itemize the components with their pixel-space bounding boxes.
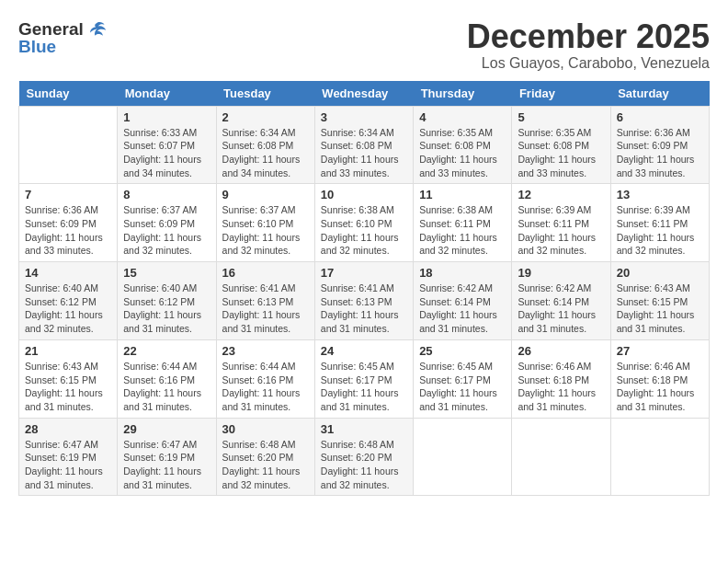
calendar-cell: 17Sunrise: 6:41 AM Sunset: 6:13 PM Dayli… <box>314 262 413 340</box>
calendar-cell <box>414 418 512 496</box>
day-info: Sunrise: 6:38 AM Sunset: 6:10 PM Dayligh… <box>321 203 407 258</box>
day-number: 2 <box>222 110 309 124</box>
day-number: 8 <box>123 188 210 201</box>
day-info: Sunrise: 6:37 AM Sunset: 6:09 PM Dayligh… <box>123 203 210 258</box>
day-info: Sunrise: 6:39 AM Sunset: 6:11 PM Dayligh… <box>518 203 604 258</box>
day-number: 9 <box>222 188 309 201</box>
day-number: 28 <box>25 422 111 436</box>
day-number: 1 <box>123 110 210 124</box>
day-info: Sunrise: 6:38 AM Sunset: 6:11 PM Dayligh… <box>419 203 506 258</box>
day-number: 30 <box>222 422 309 436</box>
day-info: Sunrise: 6:43 AM Sunset: 6:15 PM Dayligh… <box>617 282 703 336</box>
day-info: Sunrise: 6:44 AM Sunset: 6:16 PM Dayligh… <box>123 360 210 414</box>
day-number: 11 <box>419 188 506 201</box>
calendar-week-row: 28Sunrise: 6:47 AM Sunset: 6:19 PM Dayli… <box>19 418 710 496</box>
header-wednesday: Wednesday <box>314 81 413 107</box>
header-friday: Friday <box>512 81 610 107</box>
calendar-cell: 4Sunrise: 6:35 AM Sunset: 6:08 PM Daylig… <box>414 106 512 184</box>
header-tuesday: Tuesday <box>216 81 314 107</box>
calendar-week-row: 1Sunrise: 6:33 AM Sunset: 6:07 PM Daylig… <box>19 106 710 184</box>
calendar-cell: 23Sunrise: 6:44 AM Sunset: 6:16 PM Dayli… <box>216 339 314 418</box>
day-number: 22 <box>123 344 210 358</box>
calendar-cell: 14Sunrise: 6:40 AM Sunset: 6:12 PM Dayli… <box>19 262 118 340</box>
page-header: General Blue December 2025 Los Guayos, C… <box>18 18 710 72</box>
day-number: 7 <box>25 188 111 201</box>
calendar-cell: 1Sunrise: 6:33 AM Sunset: 6:07 PM Daylig… <box>118 106 216 184</box>
logo: General Blue <box>18 18 108 57</box>
calendar-cell: 28Sunrise: 6:47 AM Sunset: 6:19 PM Dayli… <box>19 418 118 496</box>
day-info: Sunrise: 6:46 AM Sunset: 6:18 PM Dayligh… <box>518 360 604 414</box>
day-info: Sunrise: 6:34 AM Sunset: 6:08 PM Dayligh… <box>321 126 407 180</box>
logo-blue: Blue <box>18 37 56 57</box>
calendar-table: SundayMondayTuesdayWednesdayThursdayFrid… <box>18 81 710 497</box>
day-number: 18 <box>419 266 506 280</box>
calendar-cell: 8Sunrise: 6:37 AM Sunset: 6:09 PM Daylig… <box>118 184 216 262</box>
day-info: Sunrise: 6:36 AM Sunset: 6:09 PM Dayligh… <box>617 126 703 180</box>
day-info: Sunrise: 6:35 AM Sunset: 6:08 PM Dayligh… <box>518 126 604 180</box>
calendar-week-row: 7Sunrise: 6:36 AM Sunset: 6:09 PM Daylig… <box>19 184 710 262</box>
month-title: December 2025 <box>467 18 710 55</box>
calendar-cell: 22Sunrise: 6:44 AM Sunset: 6:16 PM Dayli… <box>118 339 216 418</box>
calendar-cell: 12Sunrise: 6:39 AM Sunset: 6:11 PM Dayli… <box>512 184 610 262</box>
calendar-cell: 27Sunrise: 6:46 AM Sunset: 6:18 PM Dayli… <box>610 339 709 418</box>
day-number: 14 <box>25 266 111 280</box>
calendar-cell: 29Sunrise: 6:47 AM Sunset: 6:19 PM Dayli… <box>118 418 216 496</box>
day-number: 29 <box>123 422 210 436</box>
day-info: Sunrise: 6:42 AM Sunset: 6:14 PM Dayligh… <box>518 282 604 336</box>
title-section: December 2025 Los Guayos, Carabobo, Vene… <box>467 18 710 72</box>
calendar-cell: 5Sunrise: 6:35 AM Sunset: 6:08 PM Daylig… <box>512 106 610 184</box>
day-number: 27 <box>617 344 703 358</box>
calendar-cell: 13Sunrise: 6:39 AM Sunset: 6:11 PM Dayli… <box>610 184 709 262</box>
calendar-week-row: 21Sunrise: 6:43 AM Sunset: 6:15 PM Dayli… <box>19 339 710 418</box>
calendar-cell <box>19 106 118 184</box>
calendar-cell: 10Sunrise: 6:38 AM Sunset: 6:10 PM Dayli… <box>314 184 413 262</box>
day-number: 24 <box>321 344 407 358</box>
header-saturday: Saturday <box>610 81 709 107</box>
day-number: 5 <box>518 110 604 124</box>
day-info: Sunrise: 6:42 AM Sunset: 6:14 PM Dayligh… <box>419 282 506 336</box>
header-sunday: Sunday <box>19 81 118 107</box>
day-info: Sunrise: 6:36 AM Sunset: 6:09 PM Dayligh… <box>25 203 111 258</box>
logo-bird-icon <box>85 18 108 40</box>
day-number: 21 <box>25 344 111 358</box>
day-info: Sunrise: 6:34 AM Sunset: 6:08 PM Dayligh… <box>222 126 309 180</box>
calendar-cell: 25Sunrise: 6:45 AM Sunset: 6:17 PM Dayli… <box>414 339 512 418</box>
calendar-cell: 7Sunrise: 6:36 AM Sunset: 6:09 PM Daylig… <box>19 184 118 262</box>
header-thursday: Thursday <box>414 81 512 107</box>
day-info: Sunrise: 6:48 AM Sunset: 6:20 PM Dayligh… <box>321 438 407 492</box>
day-info: Sunrise: 6:33 AM Sunset: 6:07 PM Dayligh… <box>123 126 210 180</box>
day-number: 25 <box>419 344 506 358</box>
day-info: Sunrise: 6:37 AM Sunset: 6:10 PM Dayligh… <box>222 203 309 258</box>
calendar-cell: 21Sunrise: 6:43 AM Sunset: 6:15 PM Dayli… <box>19 339 118 418</box>
calendar-cell: 15Sunrise: 6:40 AM Sunset: 6:12 PM Dayli… <box>118 262 216 340</box>
day-number: 17 <box>321 266 407 280</box>
calendar-header-row: SundayMondayTuesdayWednesdayThursdayFrid… <box>19 81 710 107</box>
calendar-cell: 3Sunrise: 6:34 AM Sunset: 6:08 PM Daylig… <box>314 106 413 184</box>
day-info: Sunrise: 6:45 AM Sunset: 6:17 PM Dayligh… <box>321 360 407 414</box>
calendar-cell: 18Sunrise: 6:42 AM Sunset: 6:14 PM Dayli… <box>414 262 512 340</box>
day-info: Sunrise: 6:47 AM Sunset: 6:19 PM Dayligh… <box>25 438 111 492</box>
day-info: Sunrise: 6:35 AM Sunset: 6:08 PM Dayligh… <box>419 126 506 180</box>
calendar-cell: 19Sunrise: 6:42 AM Sunset: 6:14 PM Dayli… <box>512 262 610 340</box>
day-info: Sunrise: 6:40 AM Sunset: 6:12 PM Dayligh… <box>123 282 210 336</box>
day-info: Sunrise: 6:41 AM Sunset: 6:13 PM Dayligh… <box>222 282 309 336</box>
day-number: 26 <box>518 344 604 358</box>
day-info: Sunrise: 6:40 AM Sunset: 6:12 PM Dayligh… <box>25 282 111 336</box>
header-monday: Monday <box>118 81 216 107</box>
day-number: 16 <box>222 266 309 280</box>
day-info: Sunrise: 6:47 AM Sunset: 6:19 PM Dayligh… <box>123 438 210 492</box>
day-info: Sunrise: 6:45 AM Sunset: 6:17 PM Dayligh… <box>419 360 506 414</box>
day-info: Sunrise: 6:39 AM Sunset: 6:11 PM Dayligh… <box>617 203 703 258</box>
day-number: 3 <box>321 110 407 124</box>
day-number: 6 <box>617 110 703 124</box>
day-info: Sunrise: 6:44 AM Sunset: 6:16 PM Dayligh… <box>222 360 309 414</box>
calendar-cell: 9Sunrise: 6:37 AM Sunset: 6:10 PM Daylig… <box>216 184 314 262</box>
day-number: 19 <box>518 266 604 280</box>
calendar-cell: 11Sunrise: 6:38 AM Sunset: 6:11 PM Dayli… <box>414 184 512 262</box>
day-number: 23 <box>222 344 309 358</box>
calendar-cell <box>512 418 610 496</box>
day-number: 12 <box>518 188 604 201</box>
calendar-cell: 26Sunrise: 6:46 AM Sunset: 6:18 PM Dayli… <box>512 339 610 418</box>
calendar-week-row: 14Sunrise: 6:40 AM Sunset: 6:12 PM Dayli… <box>19 262 710 340</box>
day-info: Sunrise: 6:43 AM Sunset: 6:15 PM Dayligh… <box>25 360 111 414</box>
